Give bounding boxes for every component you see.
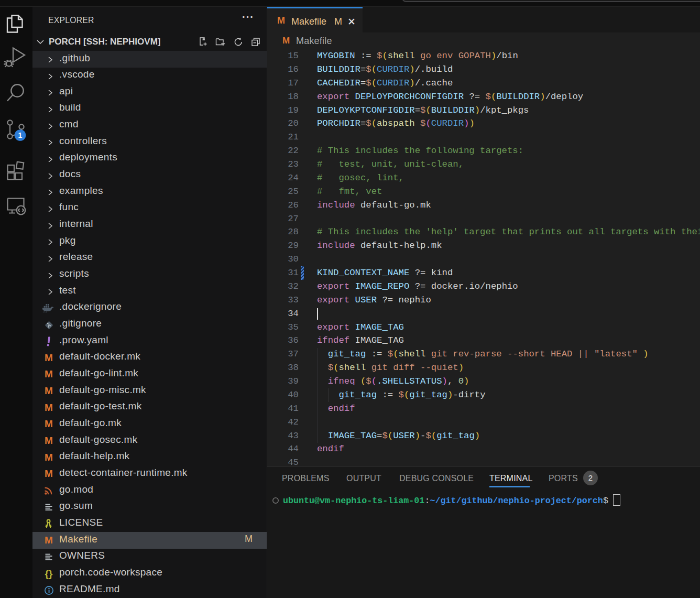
svg-text:1: 1 bbox=[18, 131, 23, 139]
